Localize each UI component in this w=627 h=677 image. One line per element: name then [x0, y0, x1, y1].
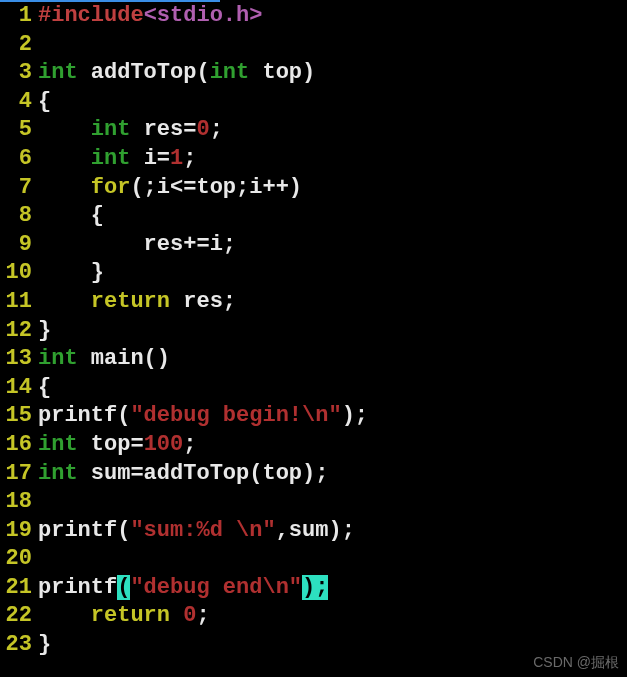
line-number: 1: [0, 2, 38, 31]
line-number: 16: [0, 431, 38, 460]
code-line[interactable]: 10 }: [0, 259, 627, 288]
code-content[interactable]: [38, 31, 627, 60]
code-content[interactable]: int main(): [38, 345, 627, 374]
token: ;: [183, 432, 196, 457]
code-content[interactable]: {: [38, 202, 627, 231]
token: res+=i;: [38, 232, 236, 257]
code-line[interactable]: 22 return 0;: [0, 602, 627, 631]
code-content[interactable]: printf("debug begin!\n");: [38, 402, 627, 431]
code-content[interactable]: return 0;: [38, 602, 627, 631]
line-number: 9: [0, 231, 38, 260]
watermark: CSDN @掘根: [533, 653, 619, 671]
token: i=: [144, 146, 170, 171]
code-content[interactable]: [38, 545, 627, 574]
token: 100: [144, 432, 184, 457]
code-line[interactable]: 11 return res;: [0, 288, 627, 317]
code-content[interactable]: printf("debug end\n");: [38, 574, 627, 603]
token: }: [38, 318, 51, 343]
code-line[interactable]: 6 int i=1;: [0, 145, 627, 174]
token: 1: [170, 146, 183, 171]
line-number: 10: [0, 259, 38, 288]
token: }: [38, 260, 104, 285]
token: ,sum);: [276, 518, 355, 543]
token: int: [38, 60, 91, 85]
line-number: 8: [0, 202, 38, 231]
token: ): [302, 575, 315, 600]
token: int: [91, 146, 144, 171]
token: {: [38, 89, 51, 114]
code-content[interactable]: {: [38, 374, 627, 403]
line-number: 4: [0, 88, 38, 117]
token: [38, 289, 91, 314]
token: );: [342, 403, 368, 428]
code-line[interactable]: 20: [0, 545, 627, 574]
line-number: 21: [0, 574, 38, 603]
token: int: [91, 117, 144, 142]
code-content[interactable]: for(;i<=top;i++): [38, 174, 627, 203]
line-number: 12: [0, 317, 38, 346]
code-line[interactable]: 2: [0, 31, 627, 60]
line-number: 19: [0, 517, 38, 546]
token: "debug begin!\n": [130, 403, 341, 428]
code-line[interactable]: 14{: [0, 374, 627, 403]
token: [38, 603, 91, 628]
token: <stdio.h>: [144, 3, 263, 28]
code-content[interactable]: int res=0;: [38, 116, 627, 145]
token: printf(: [38, 518, 130, 543]
code-line[interactable]: 19printf("sum:%d \n",sum);: [0, 517, 627, 546]
token: int: [210, 60, 263, 85]
token: [38, 117, 91, 142]
line-number: 7: [0, 174, 38, 203]
line-number: 13: [0, 345, 38, 374]
line-number: 20: [0, 545, 38, 574]
token: int: [38, 346, 91, 371]
code-content[interactable]: {: [38, 88, 627, 117]
token: "sum:%d \n": [130, 518, 275, 543]
code-content[interactable]: int top=100;: [38, 431, 627, 460]
code-content[interactable]: }: [38, 317, 627, 346]
token: [38, 175, 91, 200]
code-content[interactable]: int i=1;: [38, 145, 627, 174]
token: int: [38, 432, 91, 457]
code-line[interactable]: 4{: [0, 88, 627, 117]
code-line[interactable]: 7 for(;i<=top;i++): [0, 174, 627, 203]
line-number: 6: [0, 145, 38, 174]
code-content[interactable]: res+=i;: [38, 231, 627, 260]
code-line[interactable]: 21printf("debug end\n");: [0, 574, 627, 603]
code-line[interactable]: 5 int res=0;: [0, 116, 627, 145]
token: }: [38, 632, 51, 657]
code-content[interactable]: printf("sum:%d \n",sum);: [38, 517, 627, 546]
code-line[interactable]: 3int addToTop(int top): [0, 59, 627, 88]
token: ;: [183, 146, 196, 171]
token: 0: [196, 117, 209, 142]
code-content[interactable]: [38, 488, 627, 517]
code-line[interactable]: 13int main(): [0, 345, 627, 374]
token: res;: [183, 289, 236, 314]
code-editor: 1#include<stdio.h>23int addToTop(int top…: [0, 2, 627, 660]
code-line[interactable]: 16int top=100;: [0, 431, 627, 460]
token: sum=addToTop(top);: [91, 461, 329, 486]
code-line[interactable]: 18: [0, 488, 627, 517]
code-content[interactable]: #include<stdio.h>: [38, 2, 627, 31]
token: 0: [183, 603, 196, 628]
code-content[interactable]: int addToTop(int top): [38, 59, 627, 88]
line-number: 3: [0, 59, 38, 88]
token: int: [38, 461, 91, 486]
line-number: 14: [0, 374, 38, 403]
token: [38, 146, 91, 171]
token: ;: [210, 117, 223, 142]
token: {: [38, 375, 51, 400]
code-line[interactable]: 15printf("debug begin!\n");: [0, 402, 627, 431]
code-line[interactable]: 9 res+=i;: [0, 231, 627, 260]
token: return: [91, 289, 183, 314]
code-line[interactable]: 17int sum=addToTop(top);: [0, 460, 627, 489]
token: printf(: [38, 403, 130, 428]
token: main(): [91, 346, 170, 371]
line-number: 18: [0, 488, 38, 517]
code-line[interactable]: 8 {: [0, 202, 627, 231]
code-line[interactable]: 12}: [0, 317, 627, 346]
code-line[interactable]: 1#include<stdio.h>: [0, 2, 627, 31]
code-content[interactable]: }: [38, 259, 627, 288]
code-content[interactable]: return res;: [38, 288, 627, 317]
code-content[interactable]: int sum=addToTop(top);: [38, 460, 627, 489]
